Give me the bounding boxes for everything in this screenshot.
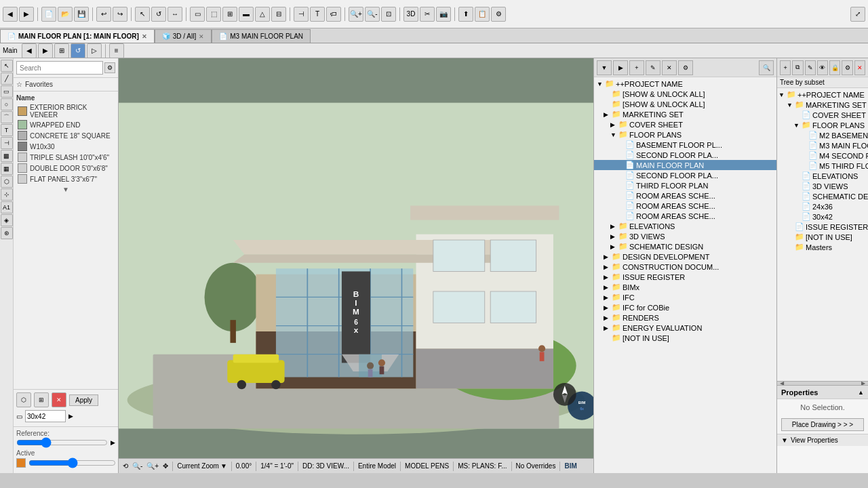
tree-root[interactable]: ▼ 📁 ++PROJECT NAME bbox=[594, 79, 776, 89]
tree-not-in-use[interactable]: 📁 [NOT IN USE] bbox=[594, 333, 776, 343]
sub-not-in-use[interactable]: 📁 [NOT IN USE] bbox=[777, 232, 868, 242]
sub-m4[interactable]: 📄 M4 SECOND FLOOR ... bbox=[777, 150, 868, 161]
arrow-tool[interactable]: ↖ bbox=[1, 60, 13, 72]
text-btn[interactable]: T bbox=[310, 7, 325, 22]
subset-settings[interactable]: ⚙ bbox=[842, 60, 852, 75]
subset-lock[interactable]: 🔒 bbox=[829, 60, 840, 75]
sub-masters[interactable]: 📁 Masters bbox=[777, 242, 868, 252]
search-input[interactable] bbox=[16, 61, 103, 75]
sub-30x42[interactable]: 📄 30x42 bbox=[777, 211, 868, 222]
size-input[interactable]: 30x42 bbox=[25, 410, 66, 422]
window-btn[interactable]: ⊞ bbox=[222, 7, 237, 22]
special-tool[interactable]: A1 bbox=[1, 201, 13, 214]
mirror-btn[interactable]: ↔ bbox=[167, 7, 182, 22]
fullscreen-btn[interactable]: ⤢ bbox=[850, 7, 865, 22]
new-btn[interactable]: 📄 bbox=[41, 7, 56, 22]
sub-root[interactable]: ▼ 📁 ++PROJECT NAME bbox=[777, 89, 868, 100]
bottom-btn-red[interactable]: ✕ bbox=[52, 392, 66, 407]
tb2-cycle[interactable]: ↺ bbox=[71, 43, 85, 58]
tree-new-btn[interactable]: + bbox=[629, 60, 644, 75]
subset-edit[interactable]: ✎ bbox=[805, 60, 816, 75]
tb2-btn2[interactable]: ▶ bbox=[38, 43, 53, 58]
tb2-btn3[interactable]: ⊞ bbox=[54, 43, 69, 58]
forward-btn[interactable]: ▶ bbox=[19, 7, 34, 22]
sub-elevations[interactable]: 📄 ELEVATIONS bbox=[777, 171, 868, 181]
tree-energy[interactable]: ▶ 📁 ENERGY EVALUATION bbox=[594, 323, 776, 333]
place-drawing-button[interactable]: Place Drawing > > > bbox=[781, 418, 864, 431]
tree-floorplans[interactable]: ▼ 📁 FLOOR PLANS bbox=[594, 129, 776, 140]
slab-btn[interactable]: ▬ bbox=[239, 7, 254, 22]
tree-issue-register[interactable]: ▶ 📁 ISSUE REGISTER bbox=[594, 272, 776, 282]
sub-floor-plans[interactable]: ▼ 📁 FLOOR PLANS bbox=[777, 120, 868, 130]
door-btn[interactable]: ⬚ bbox=[206, 7, 221, 22]
dim-btn[interactable]: ⊣ bbox=[294, 7, 309, 22]
tree-edit-btn[interactable]: ✎ bbox=[646, 60, 660, 75]
status-zoom-minus[interactable]: 🔍- bbox=[132, 462, 142, 470]
plans-value[interactable]: MS: PLANS: F... bbox=[458, 462, 507, 470]
hatch-tool[interactable]: ▦ bbox=[1, 163, 13, 175]
tab-m3[interactable]: 📄 M3 MAIN FLOOR PLAN bbox=[212, 29, 311, 43]
label-btn[interactable]: 🏷 bbox=[326, 7, 341, 22]
sub-cover[interactable]: 📄 COVER SHEET bbox=[777, 110, 868, 120]
camera-btn[interactable]: 📷 bbox=[436, 7, 451, 22]
save-btn[interactable]: 💾 bbox=[74, 7, 89, 22]
mesh-tool[interactable]: ⊹ bbox=[1, 188, 13, 201]
tab-close-main[interactable]: ✕ bbox=[142, 33, 147, 40]
favorites-btn[interactable]: ☆ Favorites bbox=[16, 81, 115, 88]
overrides-value[interactable]: No Overrides bbox=[516, 462, 556, 470]
tree-ifc[interactable]: ▶ 📁 IFC bbox=[594, 292, 776, 302]
properties-collapse-btn[interactable]: ▲ bbox=[858, 389, 864, 396]
zoom-out-btn[interactable]: 🔍- bbox=[365, 7, 380, 22]
current-zoom-label[interactable]: Current Zoom ▼ bbox=[177, 462, 227, 470]
sub-marketing[interactable]: ▼ 📁 MARKETING SET bbox=[777, 100, 868, 110]
status-rotate-left[interactable]: ⟲ bbox=[123, 462, 128, 470]
material-item-7[interactable]: FLAT PANEL 3'3"x6'7" bbox=[16, 174, 115, 184]
tree-delete-btn[interactable]: ✕ bbox=[662, 60, 677, 75]
stair-btn[interactable]: ⊟ bbox=[271, 7, 286, 22]
tree-third-floor[interactable]: 📄 THIRD FLOOR PLAN bbox=[594, 180, 776, 190]
tab-close-3d[interactable]: ✕ bbox=[199, 33, 204, 40]
morph-tool[interactable]: ⬡ bbox=[1, 176, 13, 188]
bottom-btn1[interactable]: ⬡ bbox=[16, 392, 31, 407]
status-pan[interactable]: ✥ bbox=[163, 462, 168, 470]
text-tool[interactable]: T bbox=[1, 124, 13, 136]
tree-settings-btn[interactable]: ⚙ bbox=[678, 60, 693, 75]
tree-ifc-cobie[interactable]: ▶ 📁 IFC for COBie bbox=[594, 302, 776, 312]
sub-24x36[interactable]: 📄 24x36 bbox=[777, 201, 868, 211]
material-item[interactable]: EXTERIOR BRICK VENEER bbox=[16, 103, 115, 119]
3d-btn[interactable]: 3D bbox=[403, 7, 418, 22]
tree-design-dev[interactable]: ▶ 📁 DESIGN DEVELOPMENT bbox=[594, 251, 776, 262]
material-item-6[interactable]: DOUBLE DOOR 5'0"x6'8" bbox=[16, 163, 115, 174]
tree-room3[interactable]: 📄 ROOM AREAS SCHE... bbox=[594, 211, 776, 221]
search-options-btn[interactable]: ⚙ bbox=[104, 62, 115, 73]
arc-tool[interactable]: ⌒ bbox=[1, 111, 13, 123]
tree-second-pre[interactable]: 📄 SECOND FLOOR PLA... bbox=[594, 150, 776, 160]
fill-tool[interactable]: ▩ bbox=[1, 150, 13, 162]
section-btn[interactable]: ✂ bbox=[420, 7, 435, 22]
subset-close[interactable]: ✕ bbox=[854, 60, 865, 75]
tree-unlock1[interactable]: 📁 [SHOW & UNLOCK ALL] bbox=[594, 89, 776, 99]
tree-cover[interactable]: ▶ 📁 COVER SHEET bbox=[594, 119, 776, 129]
status-zoom-plus[interactable]: 🔍+ bbox=[146, 462, 159, 470]
open-btn[interactable]: 📂 bbox=[58, 7, 73, 22]
size-arrow[interactable]: ▶ bbox=[68, 413, 73, 420]
fit-btn[interactable]: ⊡ bbox=[381, 7, 396, 22]
settings-btn[interactable]: ⚙ bbox=[491, 7, 506, 22]
tb2-btn1[interactable]: ◀ bbox=[22, 43, 37, 58]
pens-value[interactable]: MODEL PENS bbox=[405, 462, 449, 470]
subset-view[interactable]: 👁 bbox=[817, 60, 828, 75]
bottom-btn2[interactable]: ⊞ bbox=[34, 392, 49, 407]
tab-main-floor[interactable]: 📄 MAIN FLOOR PLAN [1: MAIN FLOOR] ✕ bbox=[0, 29, 155, 43]
publish-btn[interactable]: ⬆ bbox=[458, 7, 473, 22]
tree-expand-btn[interactable]: ▼ bbox=[597, 60, 612, 75]
line-tool[interactable]: ╱ bbox=[1, 73, 13, 85]
sub-m2[interactable]: 📄 M2 BASEMENT FLO... bbox=[777, 130, 868, 140]
tree-unlock2[interactable]: 📁 [SHOW & UNLOCK ALL] bbox=[594, 99, 776, 109]
tb2-btn5[interactable]: ▷ bbox=[87, 43, 102, 58]
rotate-btn[interactable]: ↺ bbox=[151, 7, 166, 22]
tree-elevations[interactable]: ▶ 📁 ELEVATIONS bbox=[594, 221, 776, 231]
tree-second-floor[interactable]: 📄 SECOND FLOOR PLA... bbox=[594, 170, 776, 180]
undo-btn[interactable]: ↩ bbox=[96, 7, 111, 22]
tab-3d[interactable]: 🧊 3D / All] ✕ bbox=[155, 29, 212, 43]
tree-search-btn[interactable]: 🔍 bbox=[759, 60, 774, 75]
